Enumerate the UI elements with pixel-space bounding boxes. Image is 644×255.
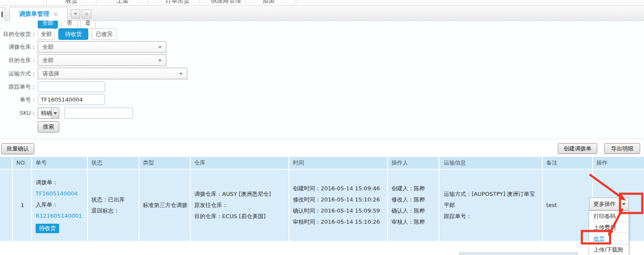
dest-receive-done-button[interactable]: 已收完: [92, 28, 117, 40]
tab-title: 调拨单管理: [19, 10, 49, 18]
row-remark-cell: test: [543, 170, 593, 241]
clipped-filter-row: 全部 否 是: [0, 21, 180, 29]
row-time-cell: 创建时间：2016-05-14 15:09:46 修改时间：2016-05-14…: [289, 170, 388, 241]
partial-tab-fragment: [1, 12, 3, 17]
clipped-filter-all-button[interactable]: 全部: [38, 21, 58, 29]
row-select-cell: [0, 170, 13, 241]
inbound-order-link[interactable]: R121605140001: [36, 210, 82, 222]
row-warehouse-cell: 调拨仓库：AUSY [澳洲悉尼仓] 原发往仓库： 目的仓库：ECUS [易仓美国…: [191, 170, 289, 241]
clipped-filter-yes-button[interactable]: 是: [80, 21, 96, 29]
row-status-cell: 状态：已出库 退回标志：: [88, 170, 139, 241]
menu-separator: [96, 0, 96, 4]
status-badge: 待收货: [36, 224, 59, 233]
sku-mode-value: 精确: [41, 110, 52, 116]
menu-item-add[interactable]: 添加: [262, 0, 274, 5]
chevron-down-icon: [622, 203, 626, 205]
dest-warehouse-label: 目的仓库：: [0, 54, 36, 66]
export-detail-button[interactable]: 导出明细: [604, 143, 640, 154]
menu-separator: [148, 0, 148, 4]
transfer-warehouse-label: 调拨仓库：: [0, 41, 36, 53]
close-all-tabs-button[interactable]: ✕: [82, 9, 91, 18]
tracking-no-input[interactable]: [38, 81, 105, 92]
transfer-order-link[interactable]: TF1605140004: [36, 188, 78, 199]
bottom-partial-bar: [458, 252, 578, 255]
chevron-down-icon: [74, 13, 77, 15]
top-menu-bar: 收货 上架 订单出货 供应商管理 添加: [0, 0, 644, 6]
shipping-method-label: 运输方式：: [0, 68, 36, 79]
menu-item-upload-fee[interactable]: 上传费用: [589, 222, 629, 233]
transfer-order-prefix: 调拨单：: [36, 179, 58, 186]
transfer-warehouse-select[interactable]: 全部: [38, 41, 166, 53]
table-row: 1 调拨单：TF1605140004 入库单：R121605140001 待收货…: [0, 170, 644, 241]
create-transfer-button[interactable]: 创建调拨单: [558, 143, 597, 154]
more-actions-button[interactable]: 更多操作: [589, 198, 629, 210]
tab-close-icon[interactable]: ✕: [54, 11, 58, 18]
batch-confirm-button[interactable]: 批量确认: [1, 143, 34, 154]
filter-panel: 全部 否 是 目的仓收货： 全部 待收货 已收完 调拨仓库： 全部 目的仓库： …: [0, 21, 644, 139]
sku-mode-select[interactable]: 精确: [38, 108, 59, 119]
dest-warehouse-value: 全部: [42, 57, 54, 63]
col-header-shipping: 运输信息: [439, 157, 543, 169]
transfer-warehouse-value: 全部: [42, 44, 54, 50]
col-header-time: 时间: [289, 157, 388, 169]
menu-item-supplier-mgmt[interactable]: 供应商管理: [211, 0, 241, 5]
sku-mode-arrow-button[interactable]: [51, 108, 59, 118]
inbound-order-prefix: 入库单：: [36, 201, 58, 208]
dest-receive-label: 目的仓收货：: [0, 28, 36, 40]
col-header-type: 类型: [139, 157, 191, 169]
partial-tab[interactable]: [0, 7, 5, 21]
row-order-cell: 调拨单：TF1605140004 入库单：R121605140001 待收货: [32, 170, 88, 241]
col-header-order: 单号: [32, 157, 88, 169]
menu-item-upload-download-attachment[interactable]: 上传/下载附: [589, 244, 629, 255]
sku-label: SKU：: [0, 108, 36, 119]
clipped-filter-no-button[interactable]: 否: [61, 21, 78, 29]
col-header-warehouse: 仓库: [191, 157, 289, 169]
more-actions-menu: 打印条码 上传费用 收货 上传/下载附: [589, 210, 629, 255]
tab-transfer-order-management[interactable]: 调拨单管理 ✕: [9, 7, 68, 21]
order-no-label: 单号：: [0, 94, 36, 105]
menu-separator: [46, 0, 47, 4]
menu-item-shelve[interactable]: 上架: [117, 0, 129, 5]
col-header-status: 状态: [88, 157, 139, 169]
menu-item-receive-goods[interactable]: 收货: [589, 233, 629, 244]
menu-item-order-ship[interactable]: 订单出货: [166, 0, 190, 5]
search-button[interactable]: 搜索: [38, 121, 59, 132]
chevron-down-icon: [158, 46, 162, 48]
row-shipping-cell: 运输方式：[AUPOSTPY] 澳洲订单宝平邮 跟踪单号：: [439, 170, 543, 241]
dest-warehouse-select[interactable]: 全部: [38, 54, 166, 66]
chevron-down-icon: [179, 73, 183, 75]
row-no-cell: 1: [13, 170, 32, 241]
menu-separator: [296, 0, 296, 4]
menu-item-print-barcode[interactable]: 打印条码: [589, 211, 629, 222]
sku-input[interactable]: [64, 108, 133, 119]
more-actions-label: 更多操作: [593, 200, 616, 208]
col-header-no: NO.: [13, 157, 32, 169]
chevron-down-icon: [54, 112, 57, 114]
shipping-method-value: 请选择: [42, 70, 59, 77]
select-column-header: [0, 157, 13, 169]
col-header-remark: 备注: [543, 157, 593, 169]
dest-receive-all-button[interactable]: 全部: [38, 28, 55, 40]
row-operator-cell: 创建人：陈桦 修改人：陈桦 确认人：陈桦 审核人：陈桦: [388, 170, 439, 241]
col-header-action: 操作: [593, 157, 644, 169]
shipping-method-select[interactable]: 请选择: [38, 68, 187, 79]
menu-item-receive[interactable]: 收货: [66, 0, 78, 5]
tab-bar: 调拨单管理 ✕ ✕: [0, 6, 644, 21]
tracking-no-label: 跟踪单号：: [0, 81, 36, 92]
tab-list-dropdown-button[interactable]: [71, 9, 80, 18]
table-header-row: NO. 单号 状态 类型 仓库 时间 操作人 运输信息 备注 操作: [0, 157, 644, 170]
menu-separator: [246, 0, 246, 4]
col-header-operator: 操作人: [388, 157, 439, 169]
close-icon: ✕: [84, 11, 89, 17]
transfer-orders-table: NO. 单号 状态 类型 仓库 时间 操作人 运输信息 备注 操作 1 调拨单：…: [0, 157, 644, 241]
menu-separator: [199, 0, 200, 4]
row-type-cell: 标准第三方仓调拨: [139, 170, 191, 241]
order-no-input[interactable]: [38, 94, 105, 105]
dest-receive-pending-button[interactable]: 待收货: [58, 28, 88, 40]
chevron-down-icon: [158, 60, 162, 62]
